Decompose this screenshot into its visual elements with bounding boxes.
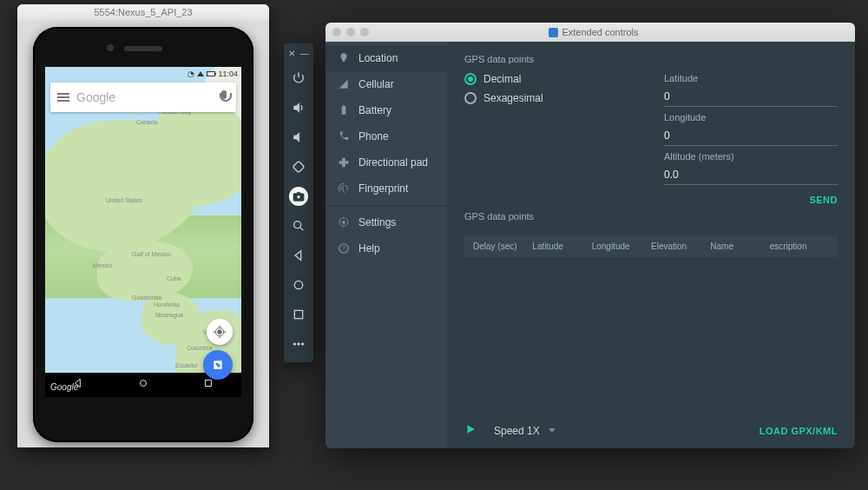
svg-point-20	[342, 221, 345, 224]
sidebar-item-help[interactable]: ? Help	[326, 235, 447, 262]
phone-speaker	[124, 46, 162, 51]
latitude-input[interactable]: 0	[664, 89, 838, 107]
speed-select[interactable]: Speed 1X	[494, 425, 556, 437]
window-traffic-lights[interactable]	[326, 28, 376, 36]
minimize-icon[interactable]: —	[300, 49, 309, 58]
android-icon	[549, 28, 558, 37]
sidebar-label: Settings	[358, 216, 396, 228]
location-pin-icon	[338, 52, 350, 64]
rotate-button[interactable]	[289, 157, 308, 176]
svg-rect-7	[206, 381, 212, 387]
back-button[interactable]	[289, 246, 308, 265]
crosshair-icon	[213, 325, 227, 339]
screenshot-button[interactable]	[289, 187, 308, 206]
close-icon[interactable]: ✕	[288, 49, 295, 58]
section-title-2: GPS data points	[464, 211, 838, 222]
radio-decimal[interactable]: Decimal	[464, 73, 543, 85]
svg-rect-8	[293, 161, 304, 172]
sidebar-label: Phone	[358, 130, 389, 142]
emulator-titlebar: 5554:Nexus_5_API_23	[17, 4, 269, 20]
google-watermark: Google	[50, 382, 78, 392]
table-body[interactable]	[464, 257, 838, 414]
phone-camera-dot	[107, 44, 114, 51]
sidebar-item-dpad[interactable]: Directional pad	[326, 149, 447, 175]
phone-frame: Canada United States Mexico Gulf of Mexi…	[33, 27, 253, 442]
col-longitude: Longitude	[592, 242, 651, 251]
section-title-1: GPS data points	[464, 54, 838, 64]
radio-circle-icon	[464, 92, 477, 104]
svg-point-16	[298, 343, 300, 346]
hamburger-icon[interactable]	[57, 93, 69, 102]
cell-signal-icon	[197, 71, 204, 76]
battery-icon	[338, 104, 350, 116]
map-label-honduras: Honduras	[154, 301, 180, 308]
home-button[interactable]	[289, 275, 308, 295]
extended-titlebar[interactable]: Extended controls	[326, 23, 855, 42]
emulator-window: 5554:Nexus_5_API_23 Canada United States…	[17, 4, 269, 447]
sidebar-label: Directional pad	[358, 156, 428, 169]
send-button[interactable]: SEND	[809, 195, 838, 205]
svg-point-17	[301, 343, 304, 346]
volume-down-button[interactable]	[289, 128, 308, 147]
svg-point-11	[294, 222, 301, 228]
power-button[interactable]	[289, 69, 308, 88]
sidebar-item-phone[interactable]: Phone	[326, 123, 447, 149]
status-clock: 11:04	[218, 70, 238, 78]
col-delay: Delay (sec)	[473, 242, 532, 251]
col-name: Name	[710, 242, 769, 251]
nav-home-button[interactable]	[137, 377, 149, 393]
extended-controls-window: Extended controls Location Cellular Batt…	[326, 23, 855, 448]
table-header: Delay (sec) Latitude Longitude Elevation…	[464, 235, 838, 257]
volume-up-button[interactable]	[289, 98, 308, 117]
map-label-colombia: Colombia	[187, 345, 213, 351]
sidebar-item-fingerprint[interactable]: Fingerprint	[326, 175, 447, 202]
altitude-input[interactable]: 0.0	[664, 167, 838, 185]
search-placeholder[interactable]: Google	[76, 90, 212, 104]
longitude-input[interactable]: 0	[664, 128, 838, 146]
map-label-guatemala: Guatemala	[132, 295, 161, 301]
speed-label: Speed 1X	[494, 425, 540, 437]
map-canvas[interactable]: Canada United States Mexico Gulf of Mexi…	[45, 67, 241, 397]
map-label-gulf: Gulf of Mexico	[132, 251, 171, 257]
play-button[interactable]	[464, 423, 477, 438]
map-label-nicaragua: Nicaragua	[155, 312, 183, 318]
emulator-toolbar: ✕ —	[284, 43, 313, 362]
map-label-canada: Canada	[136, 119, 158, 125]
radio-sexagesimal[interactable]: Sexagesimal	[464, 92, 543, 104]
svg-point-15	[293, 343, 296, 346]
svg-line-12	[300, 228, 303, 230]
sidebar-label: Fingerprint	[358, 182, 408, 195]
sidebar-label: Cellular	[358, 78, 394, 90]
zoom-button[interactable]	[289, 216, 308, 235]
sidebar-item-location[interactable]: Location	[326, 45, 447, 71]
radio-label: Decimal	[483, 73, 521, 85]
directions-icon	[208, 355, 228, 375]
more-button[interactable]	[289, 334, 308, 354]
search-bar[interactable]: Google	[50, 83, 236, 112]
chevron-down-icon	[549, 428, 556, 433]
sidebar-item-battery[interactable]: Battery	[326, 97, 447, 123]
gear-icon	[338, 216, 350, 228]
sidebar-item-cellular[interactable]: Cellular	[326, 71, 447, 97]
battery-icon	[207, 71, 215, 76]
recents-button[interactable]	[289, 305, 308, 324]
sidebar-item-settings[interactable]: Settings	[326, 209, 447, 235]
location-pin-icon: ◔	[187, 70, 194, 78]
svg-text:?: ?	[342, 245, 345, 251]
svg-rect-19	[343, 105, 345, 106]
phone-screen[interactable]: Canada United States Mexico Gulf of Mexi…	[45, 67, 241, 397]
load-gpx-kml-button[interactable]: LOAD GPX/KML	[760, 426, 838, 436]
radio-circle-icon	[464, 73, 477, 85]
col-elevation: Elevation	[651, 242, 710, 251]
my-location-fab[interactable]	[207, 319, 233, 345]
col-latitude: Latitude	[532, 242, 591, 251]
dpad-icon	[338, 156, 350, 169]
svg-point-0	[217, 329, 221, 334]
svg-point-13	[294, 281, 302, 288]
mic-icon[interactable]	[219, 90, 229, 104]
sidebar-label: Battery	[358, 104, 391, 116]
extended-main-panel: GPS data points Decimal Sexagesimal Lati…	[447, 42, 855, 448]
svg-point-10	[297, 195, 300, 199]
nav-recents-button[interactable]	[202, 377, 214, 393]
directions-fab[interactable]	[203, 350, 233, 380]
